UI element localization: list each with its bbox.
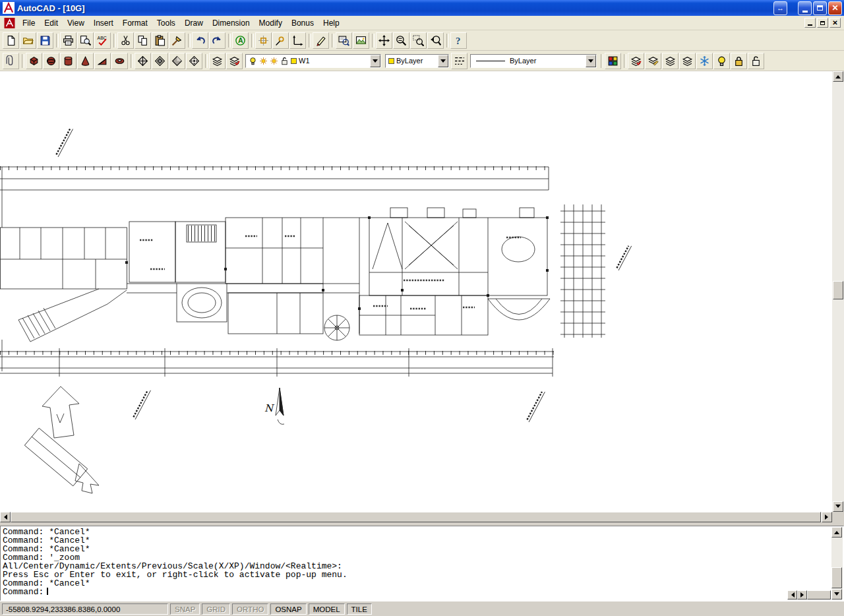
scroll-up-button[interactable] [831,527,842,538]
solids-box-button[interactable] [26,53,42,69]
surfaces-3dface-button[interactable] [135,53,151,69]
paste-button[interactable] [152,32,168,49]
snap-from-button[interactable] [272,32,289,49]
model-toggle[interactable]: MODEL [309,603,345,615]
solids-cone-button[interactable] [77,53,94,69]
solids-sphere-button[interactable] [43,53,59,69]
vertical-scroll-thumb[interactable] [831,567,842,588]
copy-button[interactable] [135,32,151,49]
ortho-toggle[interactable]: ORTHO [232,603,268,615]
layer-match-button[interactable] [645,53,661,69]
osnap-toggle[interactable]: OSNAP [270,603,306,615]
change-to-current-layer-button[interactable] [662,53,678,69]
scroll-down-button[interactable] [831,589,842,600]
layer-isolate-button[interactable] [679,53,696,69]
menu-draw[interactable]: Draw [180,16,208,30]
command-prompt-line[interactable]: Command: [3,588,830,596]
surfaces-edge-button[interactable] [169,53,185,69]
command-history[interactable]: Command: *Cancel* Command: *Cancel* Comm… [3,528,830,599]
cut-button[interactable] [117,32,134,49]
zoom-window-button[interactable] [410,32,427,49]
drawing-horizontal-scrollbar[interactable] [0,512,832,522]
minimize-button[interactable] [798,1,812,15]
vertical-scroll-thumb[interactable] [833,281,843,299]
scroll-right-button[interactable] [822,512,832,522]
menu-bonus[interactable]: Bonus [287,16,318,30]
linetype-button[interactable] [451,53,467,69]
named-views-button[interactable] [353,32,369,49]
command-vertical-scrollbar[interactable] [831,527,843,600]
drawing-vertical-scrollbar[interactable] [832,71,844,512]
properties-button[interactable] [605,53,621,69]
print-button[interactable] [60,32,76,49]
menu-edit[interactable]: Edit [40,16,63,30]
ucs-button[interactable] [289,32,306,49]
zoom-realtime-button[interactable] [393,32,409,49]
zoom-previous-button[interactable] [427,32,444,49]
layer-off-button[interactable] [713,53,730,69]
pan-realtime-button[interactable] [376,32,392,49]
open-button[interactable] [20,32,36,49]
menu-help[interactable]: Help [318,16,344,30]
surfaces-mesh-button[interactable] [152,53,168,69]
close-button[interactable]: ✕ [828,1,842,15]
diamond-face-icon [137,55,148,67]
help-button[interactable] [450,32,467,49]
title-bar[interactable]: AutoCAD - [10G] ↔ ✕ [0,0,844,16]
command-horizontal-scrollbar[interactable] [787,590,831,600]
scroll-left-button[interactable] [787,590,797,600]
surfaces-dome-button[interactable] [186,53,202,69]
layer-states-button[interactable] [226,53,243,69]
pan-window-button[interactable]: ↔ [773,1,787,15]
scroll-left-button[interactable] [0,512,11,522]
make-objects-layer-current-button[interactable] [3,53,19,69]
layer-control-combo[interactable]: W1 [245,54,381,68]
redo-button[interactable] [209,32,226,49]
mdi-restore-button[interactable] [817,18,828,28]
layer-freeze-button[interactable] [696,53,713,69]
undo-button[interactable] [192,32,208,49]
menu-modify[interactable]: Modify [255,16,287,30]
layer-manager-button[interactable] [628,53,644,69]
dropdown-arrow-icon[interactable] [586,55,596,67]
menu-dimension[interactable]: Dimension [208,16,255,30]
layer-unlock-button[interactable] [748,53,764,69]
dropdown-arrow-icon[interactable] [438,55,448,67]
coordinates-readout[interactable]: -55808.9294,233386.8386,0.0000 [2,603,168,615]
scroll-right-button[interactable] [797,590,807,600]
menu-view[interactable]: View [63,16,89,30]
print-preview-button[interactable] [77,32,94,49]
launch-browser-button[interactable] [232,32,249,49]
layers-button[interactable] [209,53,226,69]
layer-lock-button[interactable] [731,53,747,69]
color-control-combo[interactable]: ByLayer [385,54,449,68]
menu-tools[interactable]: Tools [152,16,180,30]
spelling-button[interactable] [94,32,111,49]
grid-toggle[interactable]: GRID [202,603,230,615]
tile-toggle[interactable]: TILE [347,603,372,615]
solids-torus-button[interactable] [111,53,128,69]
drawing-area[interactable]: N [0,71,844,522]
menu-insert[interactable]: Insert [89,16,118,30]
menu-file[interactable]: File [18,16,40,30]
mdi-minimize-button[interactable] [804,18,816,28]
match-properties-button[interactable] [169,32,185,49]
scroll-up-button[interactable] [833,71,843,82]
linetype-control-combo[interactable]: ByLayer [470,54,597,68]
solids-wedge-button[interactable] [94,53,111,69]
scroll-down-button[interactable] [833,501,843,512]
new-button[interactable] [3,32,19,49]
dropdown-arrow-icon[interactable] [370,55,380,67]
restore-button[interactable] [813,1,827,15]
solids-cylinder-button[interactable] [60,53,76,69]
tracking-button[interactable] [255,32,272,49]
redraw-button[interactable] [313,32,329,49]
save-button[interactable] [37,32,53,49]
menu-format[interactable]: Format [118,16,152,30]
aerial-view-button[interactable] [336,32,352,49]
horizontal-scroll-thumb[interactable] [807,590,831,600]
snap-toggle[interactable]: SNAP [170,603,200,615]
mdi-close-button[interactable]: ✕ [829,18,841,28]
command-window[interactable]: Command: *Cancel* Command: *Cancel* Comm… [0,526,844,601]
horizontal-scroll-thumb[interactable] [11,512,821,522]
